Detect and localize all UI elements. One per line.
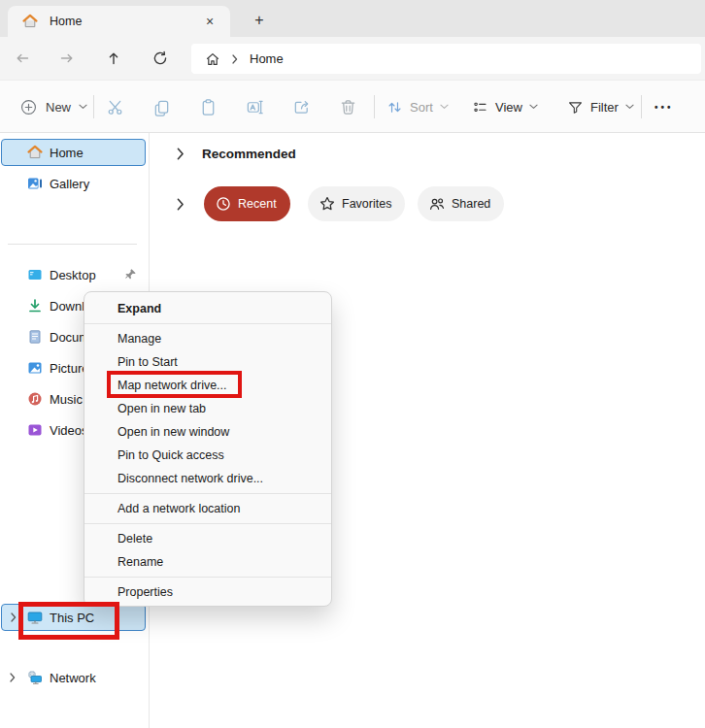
- menu-item-map-network-drive[interactable]: Map network drive...: [84, 374, 331, 397]
- back-button[interactable]: [6, 43, 39, 74]
- tab-home[interactable]: Home ×: [8, 6, 230, 37]
- copy-button[interactable]: [142, 89, 181, 124]
- sort-button[interactable]: Sort: [379, 89, 456, 124]
- sidebar-item-label: Home: [50, 146, 84, 160]
- paste-button[interactable]: [188, 89, 227, 124]
- chevron-down-icon: [625, 104, 634, 110]
- address-bar[interactable]: Home: [191, 44, 701, 74]
- music-icon: [27, 391, 43, 407]
- toolbar-separator: [374, 95, 375, 118]
- navigation-bar: Home: [0, 37, 705, 80]
- pill-label: Shared: [452, 197, 490, 211]
- star-icon: [319, 196, 335, 212]
- more-options-button[interactable]: •••: [647, 89, 682, 124]
- menu-separator: [84, 523, 331, 524]
- pictures-icon: [27, 360, 43, 376]
- delete-button[interactable]: [328, 89, 367, 124]
- file-explorer-window: { "window": { "tab_title": "Home", "clos…: [0, 0, 705, 728]
- menu-item-properties[interactable]: Properties: [84, 580, 331, 604]
- up-button[interactable]: [97, 43, 130, 74]
- menu-item-add-network-location[interactable]: Add a network location: [84, 497, 331, 520]
- network-icon: [27, 670, 43, 685]
- sidebar-item-label: This PC: [50, 611, 94, 625]
- filter-pill-recent[interactable]: Recent: [204, 186, 290, 221]
- home-icon: [22, 14, 38, 29]
- new-button-label: New: [46, 100, 71, 115]
- view-button[interactable]: View: [464, 89, 546, 124]
- menu-item-disconnect-network-drive[interactable]: Disconnect network drive...: [84, 467, 331, 490]
- chevron-down-icon: [79, 104, 87, 110]
- toolbar-separator: [93, 95, 94, 118]
- sort-label: Sort: [410, 100, 433, 115]
- clock-icon: [216, 196, 231, 212]
- sidebar-item-label: Music: [50, 392, 83, 407]
- forward-button[interactable]: [50, 43, 84, 74]
- recommended-section-title: Recommended: [202, 147, 296, 161]
- context-menu: Expand Manage Pin to Start Map network d…: [84, 291, 332, 607]
- menu-item-rename[interactable]: Rename: [84, 550, 331, 574]
- breadcrumb-location[interactable]: Home: [250, 51, 284, 66]
- sidebar-item-label: Desktop: [50, 268, 96, 282]
- pill-label: Recent: [238, 197, 277, 211]
- downloads-icon: [27, 298, 43, 314]
- chevron-right-icon[interactable]: [11, 612, 17, 622]
- ellipsis-icon: •••: [655, 102, 674, 113]
- sidebar-item-label: Videos: [50, 423, 88, 438]
- tab-title: Home: [50, 15, 197, 28]
- sidebar-item-this-pc[interactable]: This PC: [1, 604, 146, 631]
- new-plus-icon: [19, 98, 38, 116]
- sidebar-item-gallery[interactable]: Gallery: [1, 170, 146, 197]
- menu-item-pin-to-quick-access[interactable]: Pin to Quick access: [84, 444, 331, 467]
- menu-item-delete[interactable]: Delete: [84, 527, 331, 550]
- sidebar-item-desktop[interactable]: Desktop: [1, 261, 146, 288]
- sidebar-item-network[interactable]: Network: [1, 664, 146, 691]
- documents-icon: [27, 329, 43, 345]
- sidebar-item-home[interactable]: Home: [1, 139, 146, 166]
- rename-button[interactable]: [235, 89, 274, 124]
- menu-separator: [84, 493, 331, 494]
- chevron-right-icon[interactable]: [10, 673, 16, 682]
- close-tab-icon[interactable]: ×: [197, 11, 222, 32]
- expand-pills-chevron-icon[interactable]: [177, 198, 185, 211]
- share-button[interactable]: [282, 89, 320, 124]
- refresh-button[interactable]: [144, 43, 177, 74]
- chevron-down-icon: [529, 104, 538, 110]
- cut-button[interactable]: [95, 89, 134, 124]
- filter-label: Filter: [590, 100, 619, 115]
- filter-pill-shared[interactable]: Shared: [418, 186, 504, 221]
- view-icon: [472, 99, 488, 116]
- sidebar-item-label: Gallery: [50, 177, 89, 191]
- pin-icon: [124, 268, 137, 281]
- menu-item-expand[interactable]: Expand: [84, 297, 331, 320]
- menu-item-open-in-new-window[interactable]: Open in new window: [84, 420, 331, 444]
- menu-item-manage[interactable]: Manage: [84, 327, 331, 350]
- chevron-right-icon: [232, 54, 238, 64]
- filter-pill-favorites[interactable]: Favorites: [308, 186, 405, 221]
- filter-button[interactable]: Filter: [559, 89, 642, 124]
- sidebar-item-label: Network: [50, 671, 96, 685]
- sidebar-divider: [8, 244, 137, 245]
- gallery-icon: [27, 176, 43, 191]
- new-tab-button[interactable]: +: [246, 9, 273, 32]
- view-label: View: [495, 100, 522, 115]
- breadcrumb-home-icon[interactable]: [205, 51, 220, 67]
- menu-item-pin-to-start[interactable]: Pin to Start: [84, 350, 331, 374]
- menu-item-open-in-new-tab[interactable]: Open in new tab: [84, 397, 331, 420]
- filter-icon: [567, 99, 584, 116]
- videos-icon: [27, 422, 43, 438]
- pill-label: Favorites: [342, 197, 391, 211]
- menu-separator: [84, 577, 331, 578]
- new-button[interactable]: New: [10, 89, 97, 124]
- home-icon: [27, 145, 43, 160]
- this-pc-icon: [27, 610, 43, 625]
- menu-separator: [84, 323, 331, 324]
- sort-icon: [386, 99, 403, 116]
- people-icon: [429, 196, 445, 212]
- expand-recommended-chevron-icon[interactable]: [177, 148, 185, 160]
- chevron-down-icon: [440, 104, 449, 110]
- desktop-icon: [27, 267, 43, 282]
- toolbar-separator: [641, 95, 642, 118]
- command-toolbar: New Sort View Filter •••: [0, 80, 705, 133]
- tab-strip: Home × +: [0, 0, 705, 37]
